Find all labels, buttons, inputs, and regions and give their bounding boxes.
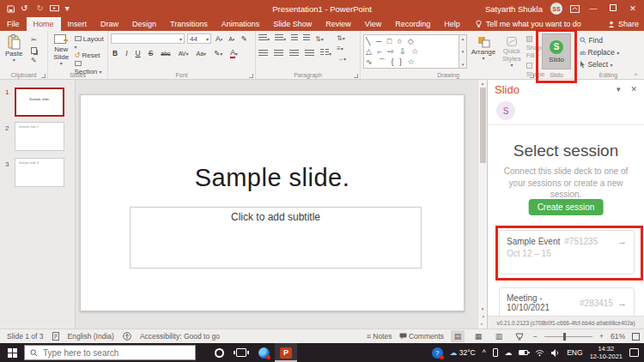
tab-review[interactable]: Review: [319, 17, 358, 31]
tray-expand-icon[interactable]: ^: [483, 348, 486, 357]
battery-icon[interactable]: [519, 350, 528, 355]
weather-widget[interactable]: ☁ 32°C: [450, 348, 476, 357]
italic-button[interactable]: I: [124, 48, 129, 58]
slide-canvas[interactable]: Sample slide. Click to add subtitle: [80, 94, 465, 311]
format-painter-icon[interactable]: ✎: [27, 56, 39, 65]
font-size-combo[interactable]: 44▾: [187, 33, 211, 44]
input-language[interactable]: ENG: [567, 348, 582, 357]
copy-icon[interactable]: [27, 45, 39, 55]
line-spacing-button[interactable]: ⇅▾: [315, 35, 324, 43]
tab-insert[interactable]: Insert: [61, 17, 94, 31]
character-spacing-button[interactable]: AV▾: [177, 48, 191, 58]
justify-button[interactable]: [305, 50, 314, 57]
font-color-button[interactable]: A▾: [228, 48, 240, 58]
reading-view-button[interactable]: ▥: [492, 330, 506, 342]
shapes-gallery[interactable]: ╲ ─ □ ○ ◇ △ ⌐ ⇨ ⇩ ☆ ∿ ⌒ { } ☆: [363, 34, 459, 69]
taskbar-edge-icon[interactable]: [252, 343, 275, 362]
zoom-level[interactable]: 61%: [611, 332, 625, 341]
pane-close-icon[interactable]: ✕: [630, 85, 637, 94]
font-dialog-launcher[interactable]: [249, 74, 253, 78]
bold-button[interactable]: B: [111, 48, 119, 58]
quick-styles-button[interactable]: Quick Styles ▾: [500, 33, 524, 69]
shape-icons-row3[interactable]: ∿ ⌒ { } ☆: [366, 57, 457, 67]
restore-button[interactable]: [607, 4, 619, 13]
decrease-font-size-button[interactable]: A▴: [227, 33, 236, 44]
taskbar-powerpoint-icon[interactable]: P: [275, 343, 297, 362]
your-phone-icon[interactable]: [493, 348, 498, 357]
ribbon-display-options-icon[interactable]: [570, 5, 580, 13]
tab-view[interactable]: View: [358, 17, 388, 31]
arrange-button[interactable]: Arrange ▾: [470, 33, 497, 69]
editor-vertical-scrollbar[interactable]: ▴ ▾ » »: [477, 80, 487, 329]
decrease-indent-button[interactable]: [291, 34, 298, 43]
tab-draw[interactable]: Draw: [94, 17, 125, 31]
underline-button[interactable]: U: [134, 48, 143, 58]
clipboard-dialog-launcher[interactable]: [41, 74, 46, 78]
slido-user-avatar[interactable]: S: [496, 101, 515, 120]
text-shadow-button[interactable]: abc: [159, 48, 172, 58]
slide-thumbnail-1[interactable]: Sample slide.: [15, 87, 64, 117]
account-user-name[interactable]: Satyarth Shukla: [485, 4, 543, 14]
scroll-down-icon[interactable]: ▾: [482, 306, 484, 311]
fit-slide-to-window-icon[interactable]: [632, 333, 640, 341]
new-slide-button[interactable]: New Slide ▾: [51, 33, 72, 69]
paste-button[interactable]: Paste ▾: [3, 33, 25, 69]
pane-options-icon[interactable]: ▾: [617, 85, 621, 94]
wifi-icon[interactable]: [535, 349, 544, 357]
scroll-up-icon[interactable]: ▴: [482, 81, 484, 86]
share-button[interactable]: Share: [608, 17, 639, 31]
create-session-button[interactable]: Create session: [529, 199, 604, 215]
drawing-dialog-launcher[interactable]: [530, 74, 534, 78]
volume-icon[interactable]: [551, 349, 560, 357]
tab-home[interactable]: Home: [27, 17, 61, 31]
normal-view-button[interactable]: ▤: [451, 330, 465, 342]
replace-button[interactable]: ab Replace ▾: [580, 48, 619, 57]
slido-addin-button[interactable]: S Slido: [542, 33, 571, 69]
next-slide-icon[interactable]: »: [480, 323, 485, 325]
slide-counter[interactable]: Slide 1 of 3: [7, 332, 44, 341]
tab-recording[interactable]: Recording: [388, 17, 437, 31]
start-button[interactable]: [0, 343, 24, 362]
accessibility-status[interactable]: Accessibility: Good to go: [140, 332, 220, 341]
slide-title-text[interactable]: Sample slide.: [81, 164, 464, 192]
select-button[interactable]: Select ▾: [580, 60, 619, 69]
shape-icons-row1[interactable]: ╲ ─ □ ○ ◇: [366, 36, 457, 46]
comments-button[interactable]: Comments: [399, 332, 444, 341]
align-text-button[interactable]: ≡▾: [337, 45, 346, 52]
tab-help[interactable]: Help: [437, 17, 467, 31]
text-direction-button[interactable]: ⇅▾: [337, 34, 346, 42]
highlight-color-button[interactable]: ✎▾: [212, 48, 224, 58]
slide-thumbnail-3[interactable]: Sample slide 3: [15, 158, 64, 187]
font-name-combo[interactable]: ▾: [111, 33, 185, 44]
shape-icons-row2[interactable]: △ ⌐ ⇨ ⇩ ☆: [366, 46, 457, 57]
align-left-button[interactable]: [258, 50, 268, 57]
reset-button[interactable]: ↺ Reset: [75, 51, 105, 59]
close-button[interactable]: ✕: [627, 4, 639, 13]
tab-file[interactable]: File: [0, 17, 27, 31]
increase-font-size-button[interactable]: A▴: [214, 33, 224, 44]
subtitle-placeholder[interactable]: Click to add subtitle: [130, 207, 422, 268]
find-button[interactable]: Find: [580, 36, 619, 45]
collapse-ribbon-icon[interactable]: ^: [635, 72, 637, 78]
zoom-slider[interactable]: [544, 336, 592, 337]
onedrive-icon[interactable]: ☁: [505, 348, 513, 357]
spellcheck-icon[interactable]: [52, 332, 59, 341]
align-center-button[interactable]: [274, 50, 283, 57]
convert-smartart-button[interactable]: →▾: [337, 55, 346, 63]
action-center-icon[interactable]: [629, 348, 639, 357]
previous-slide-icon[interactable]: »: [480, 315, 485, 317]
minimize-button[interactable]: —: [587, 4, 599, 13]
change-case-button[interactable]: Aa▾: [194, 48, 208, 58]
task-view-button[interactable]: [230, 343, 252, 362]
notes-button[interactable]: ≡ Notes: [367, 332, 392, 341]
bullets-button[interactable]: ▾: [258, 34, 270, 43]
numbering-button[interactable]: ▾: [275, 34, 286, 43]
slideshow-button[interactable]: [513, 330, 526, 342]
increase-indent-button[interactable]: [303, 34, 310, 43]
zoom-in-button[interactable]: +: [599, 332, 604, 341]
clear-formatting-button[interactable]: ✎: [239, 33, 248, 44]
columns-button[interactable]: ▾: [320, 49, 331, 57]
slide-sorter-view-button[interactable]: ▦: [471, 330, 485, 342]
tab-transitions[interactable]: Transitions: [163, 17, 215, 31]
session-card-sample-event[interactable]: Sample Event #751235 → Oct 12 – 15: [499, 230, 635, 275]
